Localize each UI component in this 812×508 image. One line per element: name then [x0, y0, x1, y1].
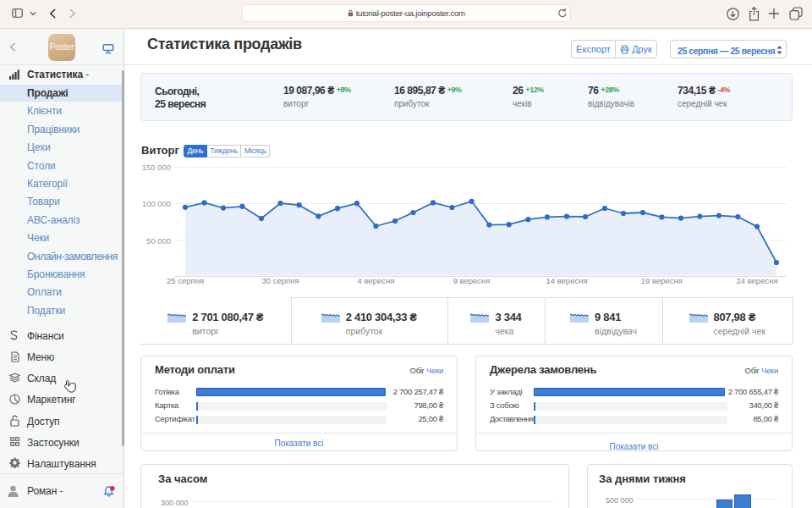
svg-text:25 серпня: 25 серпня [167, 276, 204, 285]
svg-text:9 вересня: 9 вересня [453, 276, 491, 285]
svg-text:30 серпня: 30 серпня [261, 276, 299, 285]
svg-text:100 000: 100 000 [142, 199, 171, 208]
svg-text:14 вересня: 14 вересня [546, 276, 587, 285]
svg-text:19 вересня: 19 вересня [641, 276, 683, 285]
svg-text:150 000: 150 000 [142, 163, 171, 172]
svg-text:4 вересня: 4 вересня [357, 276, 394, 285]
svg-text:50 000: 50 000 [146, 236, 171, 246]
svg-text:24 вересня: 24 вересня [736, 276, 777, 285]
